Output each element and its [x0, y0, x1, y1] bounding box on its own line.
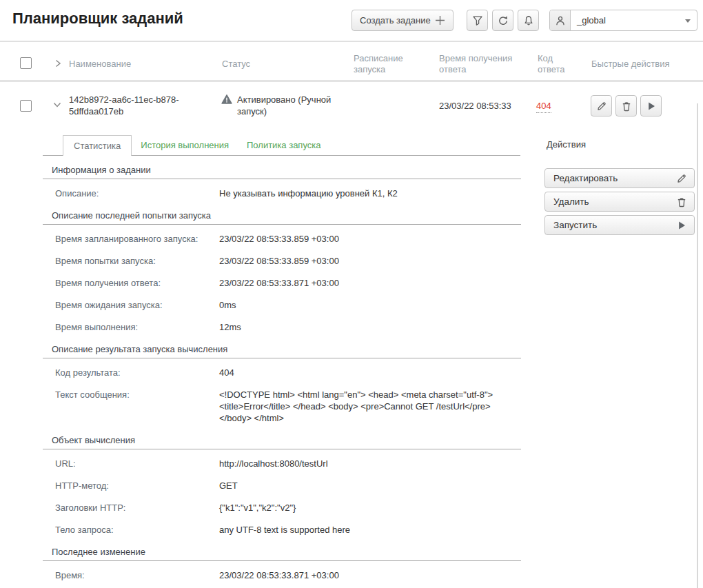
task-status: Активировано (Ручной запуск) — [237, 94, 342, 117]
warning-icon — [221, 94, 232, 105]
kv-value: 12ms — [219, 321, 241, 333]
kv-label: Время выполнения: — [55, 321, 219, 333]
run-task-button[interactable] — [640, 95, 662, 116]
trash-icon — [676, 196, 687, 207]
tab-statistics[interactable]: Статистика — [63, 135, 132, 156]
column-header-schedule: Расписание запуска — [354, 53, 410, 75]
kv-label: Тело запроса: — [55, 524, 219, 536]
section-title: Информация о задании — [43, 164, 521, 179]
filter-icon — [472, 15, 483, 26]
kv-row: Код результата: 404 — [43, 358, 521, 381]
kv-value: 23/03/22 08:53:33.859 +03:00 — [219, 255, 339, 267]
grid-header: Наименование Статус Расписание запуска В… — [0, 42, 703, 82]
kv-label: Заголовки HTTP: — [55, 502, 219, 514]
kv-row: Время ожидания запуска: 0ms — [43, 291, 521, 313]
delete-action-button[interactable]: Удалить — [544, 192, 695, 212]
run-action-label: Запустить — [553, 220, 597, 230]
collapse-row-icon[interactable] — [53, 102, 61, 108]
kv-value: 404 — [219, 367, 234, 378]
statistics-content: Информация о задании Описание: Не указыв… — [43, 164, 521, 583]
kv-label: Время запланированного запуска: — [55, 233, 219, 245]
section-run-result: Описание результата запуска вычисления К… — [43, 343, 521, 426]
kv-row: Время запланированного запуска: 23/03/22… — [43, 225, 521, 247]
kv-label: HTTP-метод: — [55, 480, 219, 491]
refresh-button[interactable] — [492, 10, 513, 31]
column-header-name: Наименование — [69, 59, 131, 70]
notifications-button[interactable] — [518, 10, 539, 31]
edit-task-button[interactable] — [591, 95, 612, 116]
task-name: 142b8972-aa6c-11ec-b878-5dffdaa017eb — [69, 94, 196, 117]
scope-selector[interactable]: _global — [549, 10, 697, 31]
filter-button[interactable] — [467, 10, 488, 31]
kv-row: Описание: Не указывать информацию уровне… — [43, 179, 521, 201]
section-last-attempt: Описание последней попытки запуска Время… — [43, 210, 521, 335]
kv-row: Заголовки HTTP: {"k1":"v1","k2":"v2"} — [43, 494, 521, 516]
section-last-change: Последнее изменение Время: 23/03/22 08:5… — [43, 546, 521, 583]
actions-panel-buttons: Редактировать Удалить Запустить — [544, 168, 695, 239]
section-title: Объект вычисления — [43, 434, 521, 449]
top-bar: Планировщик заданий Создать задание — [0, 0, 703, 42]
column-header-response-code: Код ответа — [538, 53, 571, 75]
kv-row: Время получения ответа: 23/03/22 08:53:3… — [43, 269, 521, 291]
select-all-checkbox[interactable] — [20, 57, 32, 69]
kv-row: HTTP-метод: GET — [43, 472, 521, 494]
kv-value: Не указывать информацию уровней К1, К2 — [219, 187, 398, 199]
delete-task-button[interactable] — [615, 95, 637, 116]
kv-row: Тело запроса: any UTF-8 text is supporte… — [43, 516, 521, 538]
column-header-response-time: Время получения ответа — [439, 53, 516, 75]
task-scheduler-app: Планировщик заданий Создать задание — [0, 0, 703, 588]
section-computation-object: Объект вычисления URL: http://localhost:… — [43, 434, 521, 538]
user-icon — [550, 10, 571, 30]
kv-value: 23/03/22 08:53:33.859 +03:00 — [219, 233, 339, 245]
kv-row: Время выполнения: 12ms — [43, 313, 521, 335]
kv-value: http://localhost:8080/testUrl — [219, 458, 328, 469]
page-title: Планировщик заданий — [12, 10, 183, 28]
actions-panel-title: Действия — [544, 139, 695, 150]
bell-icon — [523, 15, 534, 26]
edit-action-button[interactable]: Редактировать — [544, 168, 695, 188]
tab-execution-history[interactable]: История выполнения — [132, 135, 238, 155]
kv-row: Текст сообщения: <!DOCTYPE html> <html l… — [43, 381, 521, 426]
plus-icon — [435, 15, 445, 26]
delete-action-label: Удалить — [553, 196, 589, 207]
column-header-quick-actions: Быстрые действия — [591, 59, 669, 70]
kv-value: any UTF-8 text is supported here — [219, 524, 350, 536]
create-task-button[interactable]: Создать задание — [352, 10, 454, 31]
kv-value: <!DOCTYPE html> <html lang="en"> <head> … — [219, 389, 521, 424]
section-title: Описание последней попытки запуска — [43, 210, 521, 225]
refresh-icon — [498, 15, 509, 26]
kv-label: Время: — [55, 569, 219, 581]
kv-row: URL: http://localhost:8080/testUrl — [43, 449, 521, 472]
kv-label: Время попытки запуска: — [55, 255, 219, 267]
kv-label: URL: — [55, 458, 219, 469]
table-row: 142b8972-aa6c-11ec-b878-5dffdaa017eb Акт… — [0, 82, 703, 134]
section-title: Описание результата запуска вычисления — [43, 343, 521, 358]
expand-all-icon[interactable] — [55, 59, 61, 68]
play-icon — [646, 101, 657, 112]
kv-label: Код результата: — [55, 367, 219, 378]
response-code-link[interactable]: 404 — [536, 100, 551, 113]
kv-label: Время ожидания запуска: — [55, 299, 219, 311]
row-checkbox[interactable] — [20, 100, 32, 112]
detail-scrollbar[interactable] — [697, 103, 698, 588]
play-icon — [676, 220, 687, 231]
scope-value: _global — [571, 10, 697, 30]
create-task-label: Создать задание — [360, 15, 431, 26]
run-action-button[interactable]: Запустить — [544, 215, 695, 235]
kv-label: Текст сообщения: — [55, 389, 219, 424]
pencil-icon — [596, 101, 607, 112]
tab-launch-policy[interactable]: Политика запуска — [238, 135, 329, 155]
task-detail-panel: Статистика История выполнения Политика з… — [0, 135, 703, 583]
edit-action-label: Редактировать — [553, 173, 618, 183]
kv-row: Время: 23/03/22 08:53:33.871 +03:00 — [43, 561, 521, 583]
kv-value: 0ms — [219, 299, 236, 311]
section-title: Последнее изменение — [43, 546, 521, 561]
trash-icon — [621, 101, 632, 112]
kv-value: 23/03/22 08:53:33.871 +03:00 — [219, 569, 339, 581]
kv-row: Время попытки запуска: 23/03/22 08:53:33… — [43, 247, 521, 269]
kv-value: {"k1":"v1","k2":"v2"} — [219, 502, 296, 514]
pencil-icon — [676, 173, 687, 184]
actions-panel: Действия Редактировать Удалить Запустить — [544, 139, 695, 239]
kv-value: 23/03/22 08:53:33.871 +03:00 — [219, 277, 339, 289]
chevron-down-icon — [685, 19, 691, 23]
